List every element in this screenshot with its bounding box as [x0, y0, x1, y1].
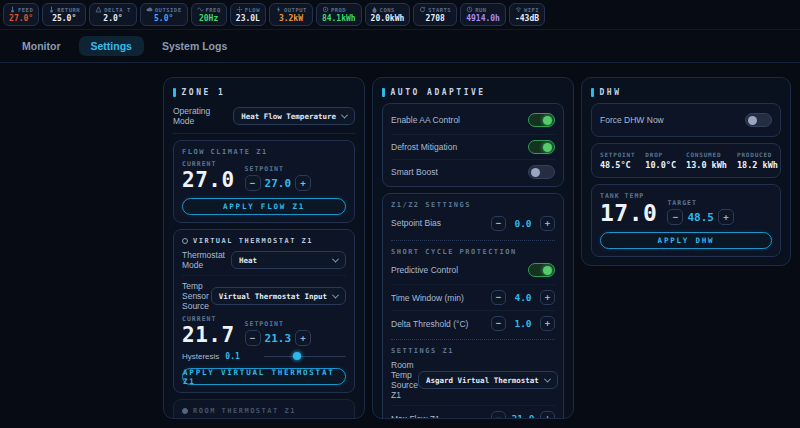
- delta-icon: [95, 6, 102, 13]
- flow-climate-title: FLOW CLIMATE Z1: [182, 148, 268, 156]
- plus-button[interactable]: +: [718, 209, 734, 225]
- metric-label: FREQ: [206, 7, 221, 13]
- apply-virtual-thermostat-button[interactable]: APPLY VIRTUAL THERMOSTAT Z1: [182, 368, 346, 385]
- setpoint-bias-row: Setpoint Bias − 0.0 +: [391, 214, 555, 232]
- status-circle-icon: [182, 238, 188, 244]
- delta-threshold-row: Delta Threshold (°C) − 1.0 +: [391, 310, 555, 331]
- restart-icon: [419, 6, 426, 13]
- metric-label: FLOW: [245, 7, 260, 13]
- metric-value: 2.0°: [95, 14, 131, 23]
- plus-button[interactable]: +: [540, 316, 555, 331]
- hysteresis-row: Hysteresis 0.1: [182, 351, 346, 361]
- defrost-row: Defrost Mitigation: [391, 134, 555, 154]
- thermostat-mode-select[interactable]: Heat: [231, 251, 346, 269]
- current-value: 27.0: [182, 170, 235, 191]
- temp-sensor-source-select[interactable]: Virtual Thermostat Input: [211, 287, 346, 305]
- wifi-icon: [515, 6, 522, 13]
- divider: [173, 133, 355, 134]
- hysteresis-slider[interactable]: [264, 351, 346, 361]
- tab-system-logs[interactable]: System Logs: [150, 36, 239, 56]
- operating-mode-select[interactable]: Heat Flow Temperature: [233, 107, 355, 125]
- force-dhw-toggle[interactable]: [745, 113, 772, 127]
- metric-label: RUN: [475, 7, 486, 13]
- metric-cons: CONS 20.0kWh: [365, 3, 411, 26]
- dhw-panel: DHW Force DHW Now SETPOINT 48.5°C DROP 1…: [581, 77, 791, 266]
- metric-value: 2708: [419, 14, 451, 23]
- dhw-header: DHW: [591, 86, 781, 101]
- room-temp-source-select[interactable]: Asgard Virtual Thermostat: [418, 371, 558, 389]
- max-flow-value: 31.0: [510, 413, 536, 419]
- virtual-setpoint-stepper: − 21.3 +: [245, 330, 312, 346]
- toggle-knob: [748, 116, 757, 125]
- enable-aa-toggle[interactable]: [528, 113, 555, 127]
- tank-temp-value: 17.0: [600, 202, 657, 225]
- room-thermostat-card: ROOM THERMOSTAT Z1 CURRENT 0.0 SETPOINT …: [173, 399, 355, 419]
- max-flow-stepper: − 31.0 +: [491, 411, 555, 419]
- chevron-down-icon: [544, 375, 551, 382]
- fan-icon: [236, 6, 243, 13]
- hysteresis-label: Hysteresis: [182, 352, 219, 361]
- current-label: CURRENT: [182, 160, 235, 168]
- defrost-toggle[interactable]: [528, 140, 555, 154]
- slider-track: [264, 356, 346, 358]
- metric-value: 84.1kWh: [322, 14, 356, 23]
- stat-label: PRODUCED: [737, 151, 778, 158]
- delta-threshold-stepper: − 1.0 +: [491, 316, 555, 331]
- metric-feed: FEED 27.0°: [3, 3, 39, 26]
- time-window-value: 4.0: [510, 292, 536, 303]
- setpoint-bias-stepper: − 0.0 +: [491, 216, 555, 231]
- plus-button[interactable]: +: [540, 216, 555, 231]
- minus-button[interactable]: −: [491, 290, 506, 305]
- metric-prod: PROD 84.1kWh: [316, 3, 362, 26]
- tab-label: System Logs: [162, 40, 227, 52]
- dhw-tank-card: TANK TEMP 17.0 TARGET − 48.5 + APPLY DHW: [591, 184, 781, 257]
- minus-button[interactable]: −: [491, 411, 506, 419]
- tab-monitor[interactable]: Monitor: [10, 36, 73, 56]
- metric-label: OUTSIDE: [155, 7, 182, 13]
- zone1-panel: ZONE 1 Operating Mode Heat Flow Temperat…: [163, 77, 365, 419]
- accent-bar: [173, 88, 176, 97]
- slider-thumb[interactable]: [293, 352, 301, 360]
- setpoint-label: SETPOINT: [245, 165, 312, 173]
- setpoint-value: 21.3: [265, 332, 292, 345]
- settings-z1-title: SETTINGS Z1: [391, 347, 555, 355]
- minus-button[interactable]: −: [491, 216, 506, 231]
- dotted-divider: [391, 339, 555, 340]
- stat-value: 13.0 kWh: [686, 160, 727, 170]
- plus-button[interactable]: +: [295, 175, 311, 191]
- minus-button[interactable]: −: [245, 330, 261, 346]
- metric-label: PROD: [331, 7, 346, 13]
- tab-settings[interactable]: Settings: [79, 36, 144, 56]
- metric-flow: FLOW 23.0L: [230, 3, 266, 26]
- panel-title: DHW: [600, 88, 622, 97]
- room-temp-source-value: Asgard Virtual Thermostat: [426, 376, 539, 385]
- apply-flow-z1-button[interactable]: APPLY FLOW Z1: [182, 198, 346, 215]
- plus-button[interactable]: +: [540, 411, 555, 419]
- smart-boost-label: Smart Boost: [391, 167, 438, 177]
- metric-delta-t: DELTA T 2.0°: [89, 3, 137, 26]
- energy-icon: [322, 6, 329, 13]
- predictive-control-toggle[interactable]: [528, 263, 555, 277]
- enable-aa-row: Enable AA Control: [391, 111, 555, 129]
- stat-setpoint: SETPOINT 48.5°C: [600, 151, 635, 170]
- dotted-divider: [391, 240, 555, 241]
- stat-label: SETPOINT: [600, 151, 635, 158]
- plus-button[interactable]: +: [295, 330, 311, 346]
- plus-button[interactable]: +: [540, 290, 555, 305]
- minus-button[interactable]: −: [667, 209, 683, 225]
- metric-wifi: WIFI -43dB: [509, 3, 545, 26]
- dhw-stats-card: SETPOINT 48.5°C DROP 10.0°C CONSUMED 13.…: [591, 143, 781, 178]
- minus-button[interactable]: −: [491, 316, 506, 331]
- auto-adaptive-header: AUTO ADAPTIVE: [382, 86, 564, 101]
- tank-temp-label: TANK TEMP: [600, 192, 657, 200]
- minus-button[interactable]: −: [245, 175, 261, 191]
- room-temp-source-label: Room Temp Source Z1: [391, 360, 418, 400]
- smart-boost-toggle[interactable]: [528, 165, 555, 179]
- apply-dhw-button[interactable]: APPLY DHW: [600, 232, 772, 249]
- top-metrics-bar: FEED 27.0° RETURN 25.0° DELTA T 2.0° OUT…: [0, 0, 800, 30]
- tab-label: Settings: [91, 40, 132, 52]
- panel-title: AUTO ADAPTIVE: [391, 88, 486, 97]
- zone1-header: ZONE 1: [173, 86, 355, 101]
- current-value: 21.7: [182, 325, 235, 346]
- virtual-thermostat-values: CURRENT 21.7 SETPOINT − 21.3 +: [182, 315, 346, 346]
